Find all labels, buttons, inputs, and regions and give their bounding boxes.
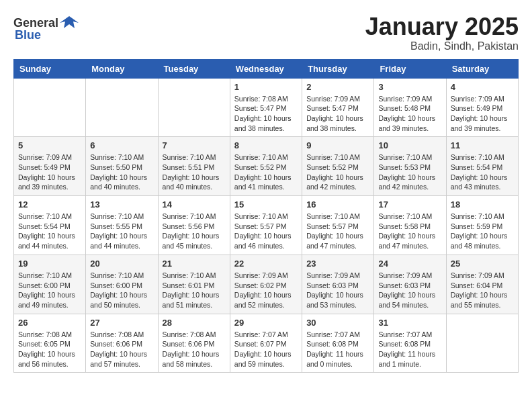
- calendar-day-cell: 8Sunrise: 7:10 AMSunset: 5:52 PMDaylight…: [230, 137, 302, 196]
- day-number: 1: [234, 82, 298, 92]
- day-number: 28: [163, 318, 226, 328]
- calendar-day-cell: 9Sunrise: 7:10 AMSunset: 5:52 PMDaylight…: [302, 137, 374, 196]
- day-number: 12: [18, 199, 81, 210]
- day-info: Sunrise: 7:10 AMSunset: 6:01 PMDaylight:…: [163, 271, 226, 310]
- day-number: 4: [451, 82, 514, 92]
- calendar-week-row: 19Sunrise: 7:10 AMSunset: 6:00 PMDayligh…: [14, 255, 519, 314]
- day-info: Sunrise: 7:10 AMSunset: 6:00 PMDaylight:…: [90, 271, 153, 310]
- day-number: 15: [234, 199, 298, 210]
- day-number: 16: [306, 199, 369, 210]
- calendar-day-cell: 28Sunrise: 7:08 AMSunset: 6:06 PMDayligh…: [158, 314, 230, 373]
- day-number: 27: [90, 318, 153, 328]
- calendar-day-cell: 22Sunrise: 7:09 AMSunset: 6:02 PMDayligh…: [230, 255, 302, 314]
- day-info: Sunrise: 7:10 AMSunset: 5:57 PMDaylight:…: [234, 212, 298, 251]
- day-number: 26: [18, 318, 81, 328]
- day-info: Sunrise: 7:07 AMSunset: 6:08 PMDaylight:…: [378, 330, 441, 369]
- day-info: Sunrise: 7:10 AMSunset: 5:50 PMDaylight:…: [90, 152, 153, 192]
- calendar-week-row: 5Sunrise: 7:09 AMSunset: 5:49 PMDaylight…: [14, 137, 519, 196]
- day-number: 25: [451, 259, 514, 269]
- day-number: 11: [451, 140, 514, 150]
- calendar-day-cell: 27Sunrise: 7:08 AMSunset: 6:06 PMDayligh…: [86, 314, 158, 373]
- calendar-day-cell: 6Sunrise: 7:10 AMSunset: 5:50 PMDaylight…: [86, 137, 158, 196]
- calendar-day-cell: 5Sunrise: 7:09 AMSunset: 5:49 PMDaylight…: [14, 137, 86, 196]
- day-number: 21: [163, 259, 226, 269]
- day-number: 17: [378, 199, 441, 210]
- calendar-day-cell: 26Sunrise: 7:08 AMSunset: 6:05 PMDayligh…: [14, 314, 86, 373]
- calendar-day-cell: 29Sunrise: 7:07 AMSunset: 6:07 PMDayligh…: [230, 314, 302, 373]
- title-block: January 2025 Badin, Sindh, Pakistan: [365, 13, 519, 52]
- day-info: Sunrise: 7:09 AMSunset: 6:04 PMDaylight:…: [451, 271, 514, 310]
- day-info: Sunrise: 7:10 AMSunset: 5:57 PMDaylight:…: [306, 212, 369, 251]
- calendar-day-cell: 20Sunrise: 7:10 AMSunset: 6:00 PMDayligh…: [86, 255, 158, 314]
- calendar-day-cell: 12Sunrise: 7:10 AMSunset: 5:54 PMDayligh…: [14, 196, 86, 255]
- day-number: 10: [378, 140, 441, 150]
- logo-blue-text: Blue: [15, 28, 41, 42]
- day-number: 22: [234, 259, 298, 269]
- day-info: Sunrise: 7:09 AMSunset: 5:49 PMDaylight:…: [451, 94, 514, 134]
- day-info: Sunrise: 7:10 AMSunset: 5:52 PMDaylight:…: [306, 152, 369, 192]
- calendar-week-row: 1Sunrise: 7:08 AMSunset: 5:47 PMDaylight…: [14, 78, 519, 137]
- day-info: Sunrise: 7:07 AMSunset: 6:08 PMDaylight:…: [306, 330, 369, 369]
- month-year-title: January 2025: [365, 13, 519, 40]
- calendar-day-cell: 30Sunrise: 7:07 AMSunset: 6:08 PMDayligh…: [302, 314, 374, 373]
- day-number: 23: [306, 259, 369, 269]
- calendar-table: SundayMondayTuesdayWednesdayThursdayFrid…: [13, 59, 519, 373]
- day-info: Sunrise: 7:09 AMSunset: 5:49 PMDaylight:…: [18, 152, 81, 192]
- calendar-day-cell: 3Sunrise: 7:09 AMSunset: 5:48 PMDaylight…: [374, 78, 446, 137]
- calendar-day-cell: [14, 78, 86, 137]
- day-of-week-header: Monday: [86, 59, 158, 78]
- day-number: 19: [18, 259, 81, 269]
- calendar-day-cell: 24Sunrise: 7:09 AMSunset: 6:03 PMDayligh…: [374, 255, 446, 314]
- day-info: Sunrise: 7:10 AMSunset: 5:54 PMDaylight:…: [18, 212, 81, 251]
- calendar-day-cell: 18Sunrise: 7:10 AMSunset: 5:59 PMDayligh…: [446, 196, 518, 255]
- calendar-day-cell: 10Sunrise: 7:10 AMSunset: 5:53 PMDayligh…: [374, 137, 446, 196]
- calendar-day-cell: 25Sunrise: 7:09 AMSunset: 6:04 PMDayligh…: [446, 255, 518, 314]
- day-info: Sunrise: 7:10 AMSunset: 5:51 PMDaylight:…: [163, 152, 226, 192]
- day-info: Sunrise: 7:09 AMSunset: 6:03 PMDaylight:…: [378, 271, 441, 310]
- day-number: 5: [18, 140, 81, 150]
- calendar-day-cell: [446, 314, 518, 373]
- calendar-day-cell: 17Sunrise: 7:10 AMSunset: 5:58 PMDayligh…: [374, 196, 446, 255]
- day-info: Sunrise: 7:09 AMSunset: 5:47 PMDaylight:…: [306, 94, 369, 134]
- day-number: 20: [90, 259, 153, 269]
- calendar-day-cell: 14Sunrise: 7:10 AMSunset: 5:56 PMDayligh…: [158, 196, 230, 255]
- calendar-day-cell: 16Sunrise: 7:10 AMSunset: 5:57 PMDayligh…: [302, 196, 374, 255]
- calendar-week-row: 26Sunrise: 7:08 AMSunset: 6:05 PMDayligh…: [14, 314, 519, 373]
- day-number: 13: [90, 199, 153, 210]
- calendar-day-cell: 21Sunrise: 7:10 AMSunset: 6:01 PMDayligh…: [158, 255, 230, 314]
- calendar-day-cell: [158, 78, 230, 137]
- day-info: Sunrise: 7:10 AMSunset: 5:55 PMDaylight:…: [90, 212, 153, 251]
- day-info: Sunrise: 7:08 AMSunset: 6:06 PMDaylight:…: [163, 330, 226, 369]
- day-info: Sunrise: 7:10 AMSunset: 5:56 PMDaylight:…: [163, 212, 226, 251]
- calendar-header-row: SundayMondayTuesdayWednesdayThursdayFrid…: [14, 59, 519, 78]
- day-number: 24: [378, 259, 441, 269]
- calendar-day-cell: 31Sunrise: 7:07 AMSunset: 6:08 PMDayligh…: [374, 314, 446, 373]
- day-info: Sunrise: 7:10 AMSunset: 5:52 PMDaylight:…: [234, 152, 298, 192]
- day-number: 6: [90, 140, 153, 150]
- day-info: Sunrise: 7:09 AMSunset: 6:02 PMDaylight:…: [234, 271, 298, 310]
- calendar-day-cell: 23Sunrise: 7:09 AMSunset: 6:03 PMDayligh…: [302, 255, 374, 314]
- day-number: 29: [234, 318, 298, 328]
- calendar-day-cell: [86, 78, 158, 137]
- day-number: 18: [451, 199, 514, 210]
- day-info: Sunrise: 7:10 AMSunset: 5:54 PMDaylight:…: [451, 152, 514, 192]
- calendar-day-cell: 1Sunrise: 7:08 AMSunset: 5:47 PMDaylight…: [230, 78, 302, 137]
- day-of-week-header: Wednesday: [230, 59, 302, 78]
- calendar-day-cell: 2Sunrise: 7:09 AMSunset: 5:47 PMDaylight…: [302, 78, 374, 137]
- day-number: 3: [378, 82, 441, 92]
- calendar-day-cell: 7Sunrise: 7:10 AMSunset: 5:51 PMDaylight…: [158, 137, 230, 196]
- logo-bird-icon: [60, 13, 79, 32]
- day-info: Sunrise: 7:07 AMSunset: 6:07 PMDaylight:…: [234, 330, 298, 369]
- day-info: Sunrise: 7:09 AMSunset: 6:03 PMDaylight:…: [306, 271, 369, 310]
- calendar-day-cell: 11Sunrise: 7:10 AMSunset: 5:54 PMDayligh…: [446, 137, 518, 196]
- day-of-week-header: Saturday: [446, 59, 518, 78]
- day-of-week-header: Friday: [374, 59, 446, 78]
- day-info: Sunrise: 7:10 AMSunset: 5:58 PMDaylight:…: [378, 212, 441, 251]
- calendar-day-cell: 19Sunrise: 7:10 AMSunset: 6:00 PMDayligh…: [14, 255, 86, 314]
- day-of-week-header: Sunday: [14, 59, 86, 78]
- logo: General Blue: [13, 13, 79, 42]
- day-info: Sunrise: 7:09 AMSunset: 5:48 PMDaylight:…: [378, 94, 441, 134]
- calendar-day-cell: 4Sunrise: 7:09 AMSunset: 5:49 PMDaylight…: [446, 78, 518, 137]
- day-number: 9: [306, 140, 369, 150]
- day-info: Sunrise: 7:10 AMSunset: 5:59 PMDaylight:…: [451, 212, 514, 251]
